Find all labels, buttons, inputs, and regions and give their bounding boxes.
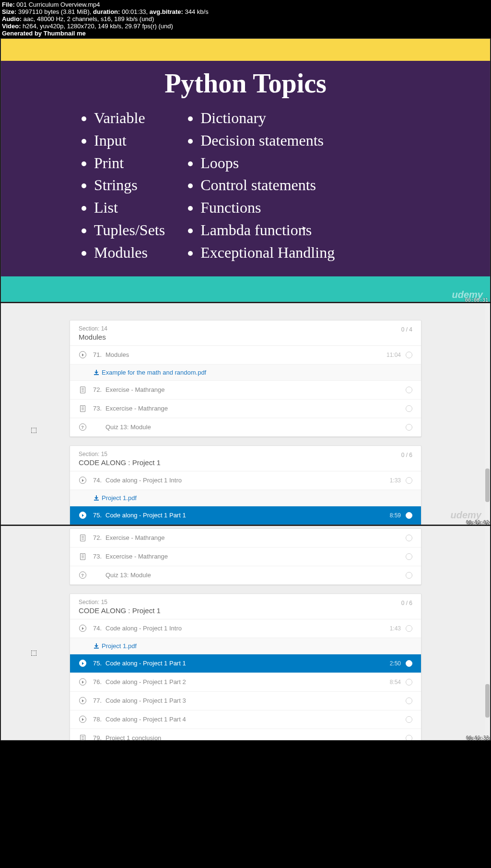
completion-checkbox[interactable] — [406, 405, 412, 412]
download-link[interactable]: Project 1.pdf — [70, 490, 421, 506]
mouse-cursor-icon: ➤ — [302, 225, 306, 231]
download-title: Example for the math and random.pdf — [102, 369, 206, 376]
lesson-row[interactable]: ?Quiz 13: Module — [70, 418, 421, 436]
topic-item: Tuples/Sets — [94, 219, 165, 241]
topic-item: Loops — [200, 152, 335, 174]
file-name: 001 Curriculum Overview.mp4 — [16, 1, 100, 8]
lesson-number: 74. — [93, 477, 105, 484]
completion-checkbox[interactable] — [406, 535, 412, 541]
thumbnail-frame-2: Section: 14 Modules 0 / 4 71.Modules11:0… — [0, 303, 491, 525]
completion-checkbox[interactable] — [406, 735, 412, 740]
size-value: 3997110 bytes (3.81 MiB), — [18, 8, 93, 15]
lesson-title: Code along - Project 1 Intro — [105, 477, 390, 484]
lesson-row[interactable]: 77.Code along - Project 1 Part 3 — [70, 692, 421, 710]
download-link[interactable]: Project 1.pdf — [70, 638, 421, 654]
document-icon — [80, 553, 85, 560]
audio-label: Audio: — [2, 15, 23, 23]
section-number: Section: 15 — [79, 451, 161, 457]
lesson-title: Excercise - Mathrange — [105, 405, 401, 412]
lesson-row[interactable]: 71.Modules11:04 — [70, 346, 421, 365]
completion-checkbox[interactable] — [406, 697, 412, 704]
bitrate-value: 344 kb/s — [185, 8, 209, 15]
scrollbar-track[interactable] — [485, 303, 490, 525]
lesson-row[interactable]: 73.Excercise - Mathrange — [70, 548, 421, 566]
lesson-title: Excercise - Mathrange — [105, 553, 401, 560]
section-header[interactable]: Section: 15 CODE ALONG : Project 1 0 / 6 — [70, 446, 421, 471]
lesson-row[interactable]: 72.Exercise - Mathrange — [70, 529, 421, 548]
download-title: Project 1.pdf — [102, 494, 137, 502]
section-progress: 0 / 4 — [401, 325, 412, 333]
lesson-number: 79. — [93, 734, 105, 740]
lesson-number: 76. — [93, 678, 105, 685]
section-card-15: Section: 15 CODE ALONG : Project 1 0 / 6… — [70, 594, 421, 740]
topic-item: List — [94, 197, 165, 218]
completion-checkbox[interactable] — [406, 572, 412, 579]
topic-item: Exceptional Handling — [200, 242, 335, 263]
mouse-cursor-icon: ⬚ — [31, 426, 37, 434]
section-header[interactable]: Section: 15 CODE ALONG : Project 1 0 / 6 — [70, 594, 421, 619]
lesson-number: 77. — [93, 697, 105, 704]
scrollbar-thumb[interactable] — [485, 684, 490, 718]
lesson-title: Code along - Project 1 Part 4 — [105, 716, 401, 723]
lesson-number: 75. — [93, 512, 105, 519]
section-progress: 0 / 6 — [401, 451, 412, 458]
play-icon — [79, 660, 86, 667]
lesson-number: 73. — [93, 553, 105, 560]
lesson-duration: 11:04 — [386, 352, 401, 358]
slide-title: Python Topics — [15, 66, 476, 107]
lesson-row[interactable]: ?Quiz 13: Module — [70, 566, 421, 584]
completion-checkbox[interactable] — [406, 553, 412, 560]
scrollbar-track[interactable] — [485, 526, 490, 740]
document-icon — [80, 735, 85, 740]
lesson-title: Quiz 13: Module — [105, 423, 401, 431]
lesson-number: 71. — [93, 351, 105, 358]
frame-timestamp: 00:01:02 — [467, 520, 490, 525]
section-progress: 0 / 6 — [401, 599, 412, 606]
completion-checkbox[interactable] — [406, 477, 412, 484]
completion-checkbox[interactable] — [406, 625, 412, 632]
lesson-row[interactable]: 75.Code along - Project 1 Part 12:50 — [70, 654, 421, 673]
download-link[interactable]: Example for the math and random.pdf — [70, 365, 421, 381]
section-number: Section: 14 — [79, 325, 107, 332]
completion-checkbox[interactable] — [406, 679, 412, 685]
scrollbar-thumb[interactable] — [485, 468, 490, 502]
topic-item: Modules — [94, 242, 165, 263]
completion-checkbox[interactable] — [406, 512, 412, 519]
lesson-duration: 8:54 — [390, 679, 401, 685]
lesson-row[interactable]: 79.Project 1 conclusion — [70, 729, 421, 740]
lesson-row[interactable]: 74.Code along - Project 1 Intro1:43 — [70, 619, 421, 638]
section-title: CODE ALONG : Project 1 — [79, 606, 161, 615]
topic-item: Print — [94, 152, 165, 174]
size-label: Size: — [2, 8, 18, 15]
mouse-cursor-icon: ⬚ — [31, 649, 37, 656]
section-number: Section: 15 — [79, 599, 161, 605]
play-icon — [79, 678, 86, 685]
lesson-row[interactable]: 73.Excercise - Mathrange — [70, 400, 421, 418]
lesson-row[interactable]: 76.Code along - Project 1 Part 28:54 — [70, 673, 421, 692]
completion-checkbox[interactable] — [406, 387, 412, 393]
lesson-number: 75. — [93, 660, 105, 667]
topic-item: Input — [94, 130, 165, 151]
video-value: h264, yuv420p, 1280x720, 149 kb/s, 29.97… — [23, 23, 173, 30]
file-info-header: File: 001 Curriculum Overview.mp4 Size: … — [0, 0, 491, 38]
audio-value: aac, 48000 Hz, 2 channels, s16, 189 kb/s… — [23, 15, 154, 23]
document-icon — [80, 405, 85, 412]
section-header[interactable]: Section: 14 Modules 0 / 4 — [70, 320, 421, 346]
lesson-title: Modules — [105, 351, 386, 358]
completion-checkbox[interactable] — [406, 424, 412, 431]
file-label: File: — [2, 1, 16, 8]
slide-body: Python Topics VariableInputPrintStringsL… — [1, 61, 490, 276]
lesson-row[interactable]: 72.Exercise - Mathrange — [70, 381, 421, 400]
lesson-duration: 2:50 — [390, 660, 401, 667]
play-icon — [79, 716, 86, 723]
topic-item: Lambda functions — [200, 219, 335, 241]
completion-checkbox[interactable] — [406, 352, 412, 358]
topics-column-2: DictionaryDecision statementsLoopsContro… — [189, 107, 335, 264]
video-label: Video: — [2, 23, 23, 30]
completion-checkbox[interactable] — [406, 716, 412, 723]
lesson-row[interactable]: 75.Code along - Project 1 Part 18:59 — [70, 506, 421, 525]
duration-value: 00:01:33, — [122, 8, 150, 15]
lesson-row[interactable]: 74.Code along - Project 1 Intro1:33 — [70, 471, 421, 490]
lesson-row[interactable]: 78.Code along - Project 1 Part 4 — [70, 710, 421, 729]
completion-checkbox[interactable] — [406, 660, 412, 667]
